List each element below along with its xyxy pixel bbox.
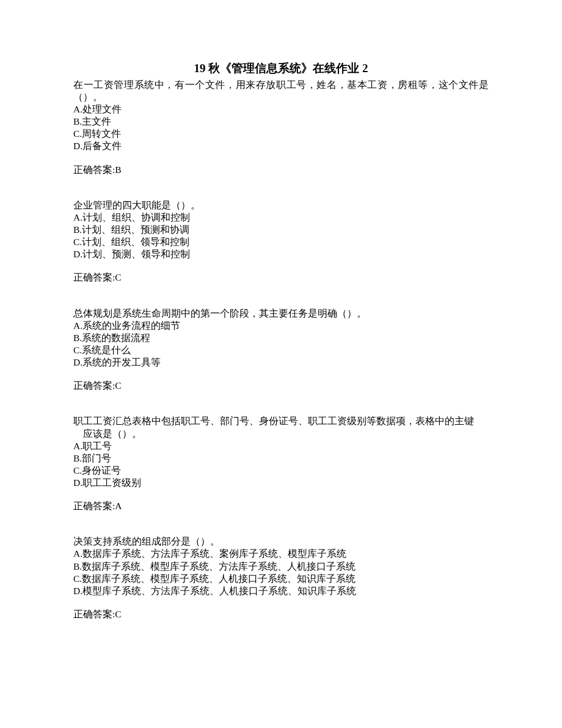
answer: 正确答案:C	[73, 608, 489, 620]
answer: 正确答案:C	[73, 380, 489, 392]
option-c: C.周转文件	[73, 128, 489, 140]
options: A.处理文件 B.主文件 C.周转文件 D.后备文件	[73, 103, 489, 153]
option-a: A.系统的业务流程的细节	[73, 320, 489, 332]
options: A.职工号 B.部门号 C.身份证号 D.职工工资级别	[73, 440, 489, 490]
options: A.系统的业务流程的细节 B.系统的数据流程 C.系统是什么 D.系统的开发工具…	[73, 320, 489, 369]
option-a: A.数据库子系统、方法库子系统、案例库子系统、模型库子系统	[73, 548, 489, 560]
option-c: C.计划、组织、领导和控制	[73, 236, 489, 248]
option-b: B.系统的数据流程	[73, 332, 489, 344]
question-text: 总体规划是系统生命周期中的第一个阶段，其主要任务是明确（）。	[73, 307, 489, 320]
options: A.计划、组织、协调和控制 B.计划、组织、预测和协调 C.计划、组织、领导和控…	[73, 211, 489, 261]
page-title: 19 秋《管理信息系统》在线作业 2	[73, 61, 489, 76]
question-4: 职工工资汇总表格中包括职工号、部门号、身份证号、职工工资级别等数据项，表格中的主…	[73, 415, 489, 512]
option-d: D.后备文件	[73, 140, 489, 152]
option-a: A.处理文件	[73, 103, 489, 116]
option-b: B.部门号	[73, 452, 489, 465]
question-text: 企业管理的四大职能是（）。	[73, 199, 489, 211]
options: A.数据库子系统、方法库子系统、案例库子系统、模型库子系统 B.数据库子系统、模…	[73, 548, 489, 597]
option-a: A.职工号	[73, 440, 489, 452]
option-b: B.计划、组织、预测和协调	[73, 224, 489, 236]
question-text: 职工工资汇总表格中包括职工号、部门号、身份证号、职工工资级别等数据项，表格中的主…	[73, 415, 489, 427]
option-d: D.职工工资级别	[73, 477, 489, 489]
option-c: C.系统是什么	[73, 344, 489, 356]
question-text: 在一工资管理系统中，有一个文件，用来存放职工号，姓名，基本工资，房租等，这个文件…	[73, 79, 489, 103]
answer: 正确答案:B	[73, 164, 489, 176]
option-a: A.计划、组织、协调和控制	[73, 211, 489, 224]
option-d: D.计划、预测、领导和控制	[73, 248, 489, 260]
option-d: D.模型库子系统、方法库子系统、人机接口子系统、知识库子系统	[73, 585, 489, 597]
option-d: D.系统的开发工具等	[73, 356, 489, 369]
option-b: B.主文件	[73, 116, 489, 128]
option-b: B.数据库子系统、模型库子系统、方法库子系统、人机接口子系统	[73, 561, 489, 573]
option-c: C.数据库子系统、模型库子系统、人机接口子系统、知识库子系统	[73, 573, 489, 585]
option-c: C.身份证号	[73, 465, 489, 477]
question-text-cont: 应该是（）。	[73, 428, 489, 440]
question-3: 总体规划是系统生命周期中的第一个阶段，其主要任务是明确（）。 A.系统的业务流程…	[73, 307, 489, 392]
question-text: 决策支持系统的组成部分是（）。	[73, 535, 489, 548]
answer: 正确答案:A	[73, 500, 489, 512]
answer: 正确答案:C	[73, 271, 489, 284]
question-2: 企业管理的四大职能是（）。 A.计划、组织、协调和控制 B.计划、组织、预测和协…	[73, 199, 489, 284]
question-5: 决策支持系统的组成部分是（）。 A.数据库子系统、方法库子系统、案例库子系统、模…	[73, 535, 489, 620]
question-1: 在一工资管理系统中，有一个文件，用来存放职工号，姓名，基本工资，房租等，这个文件…	[73, 79, 489, 176]
